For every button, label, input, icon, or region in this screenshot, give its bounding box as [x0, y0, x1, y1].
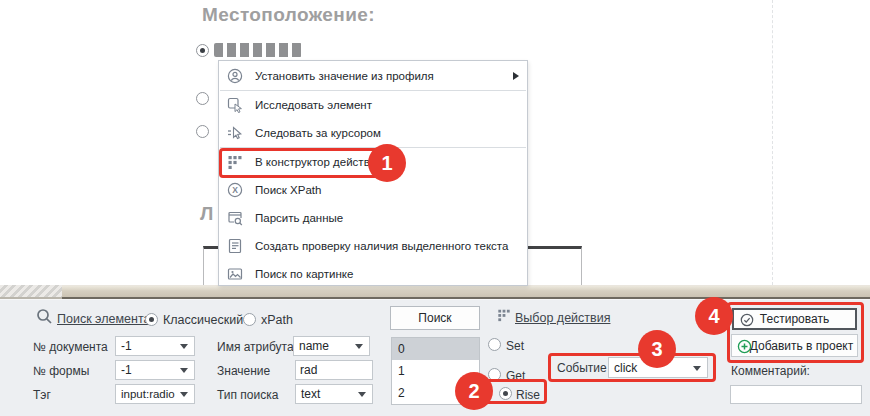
page-guide-line	[772, 0, 773, 285]
radio-rise-label: Rise	[516, 388, 540, 402]
radio-rise[interactable]	[499, 387, 512, 400]
menu-item-search-xpath[interactable]: X Поиск XPath	[219, 176, 527, 204]
callout-badge-2: 2	[455, 372, 493, 410]
search-element-link[interactable]: Поиск элемента	[57, 312, 150, 326]
image-search-icon	[227, 266, 245, 282]
bg-radio-option-2[interactable]	[196, 92, 209, 105]
menu-item-follow-cursor[interactable]: Следовать за курсором	[219, 119, 527, 147]
menu-item-create-text-check[interactable]: Создать проверку наличия выделенного тек…	[219, 232, 527, 260]
comment-input[interactable]	[730, 385, 862, 404]
add-plus-icon	[737, 339, 752, 357]
value-label: Значение	[217, 364, 270, 378]
radio-set-label: Set	[506, 339, 524, 353]
dropdown-arrow-icon	[693, 366, 701, 371]
callout-badge-1: 1	[368, 144, 406, 182]
dropdown-arrow-icon	[180, 344, 188, 349]
callout-badge-3: 3	[638, 330, 676, 368]
doc-number-label: № документа	[33, 340, 108, 354]
bg-radio-option-3[interactable]	[196, 125, 209, 138]
radio-classic[interactable]	[145, 313, 158, 326]
dropdown-arrow-icon	[180, 392, 188, 397]
attr-name-select[interactable]: name	[293, 336, 370, 356]
page-title: Местоположение:	[202, 4, 375, 26]
event-label: Событие	[557, 361, 607, 375]
doc-number-select[interactable]: -1	[115, 336, 195, 356]
add-to-project-button[interactable]: Добавить в проект	[731, 334, 858, 357]
obscured-text	[214, 43, 302, 57]
comment-label: Комментарий:	[731, 364, 810, 378]
menu-item-inspect-element[interactable]: Исследовать элемент	[219, 91, 527, 119]
parse-data-icon	[227, 210, 245, 226]
xpath-icon: X	[227, 182, 245, 198]
search-icon	[36, 308, 53, 329]
dropdown-arrow-icon	[180, 368, 188, 373]
dropdown-arrow-icon	[358, 392, 366, 397]
resize-grip[interactable]	[0, 285, 62, 299]
follow-cursor-icon	[227, 125, 245, 141]
search-type-select[interactable]: text	[295, 384, 373, 404]
attr-name-label: Имя атрибута	[217, 340, 294, 354]
dropdown-arrow-icon	[355, 344, 363, 349]
radio-set[interactable]	[488, 338, 501, 351]
radio-get[interactable]	[488, 368, 501, 381]
radio-xpath-label: xPath	[261, 313, 293, 327]
test-check-icon	[740, 313, 754, 330]
bg-radio-option-1[interactable]	[196, 44, 209, 57]
value-input[interactable]	[295, 360, 373, 380]
action-select-link[interactable]: Выбор действия	[515, 311, 610, 325]
form-number-select[interactable]: -1	[115, 360, 195, 380]
form-number-label: № формы	[33, 364, 89, 378]
test-button[interactable]: Тестировать	[732, 308, 857, 330]
result-row-0[interactable]: 0	[392, 338, 479, 360]
profile-icon	[227, 68, 245, 84]
radio-classic-label: Классический	[163, 313, 243, 327]
action-grid-icon	[497, 308, 511, 326]
menu-item-parse-data[interactable]: Парсить данные	[219, 204, 527, 232]
menu-item-image-search[interactable]: Поиск по картинке	[219, 260, 527, 288]
tag-label: Тэг	[33, 388, 51, 402]
svg-text:X: X	[232, 185, 238, 195]
check-text-icon	[227, 238, 245, 254]
radio-xpath[interactable]	[243, 313, 256, 326]
search-button[interactable]: Поиск	[390, 306, 480, 330]
action-constructor-icon	[227, 154, 245, 170]
submenu-arrow-icon	[513, 72, 519, 80]
tag-select[interactable]: input:radio	[115, 384, 195, 404]
inspect-element-icon	[227, 97, 245, 113]
menu-item-set-profile-value[interactable]: Установить значение из профиля	[219, 62, 527, 90]
radio-get-label: Get	[506, 369, 525, 383]
callout-badge-4: 4	[695, 297, 733, 335]
search-type-label: Тип поиска	[217, 388, 278, 402]
page-heading-fragment: Л	[200, 203, 214, 225]
